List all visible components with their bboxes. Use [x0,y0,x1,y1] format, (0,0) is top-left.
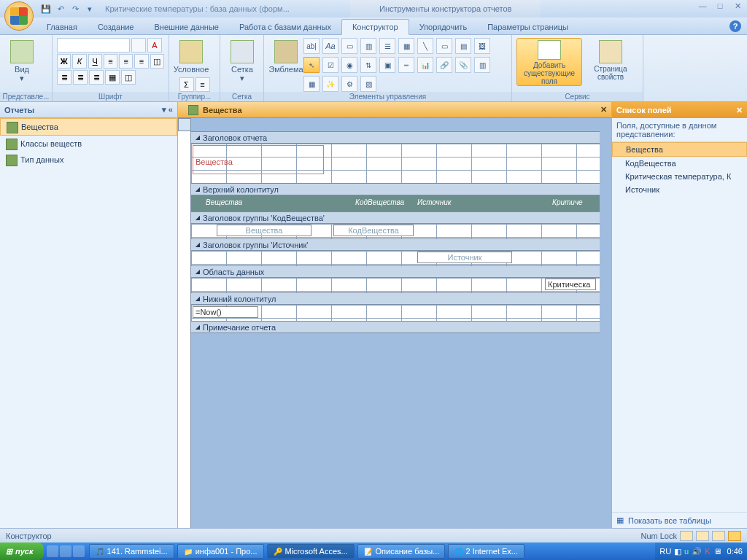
nav-header[interactable]: Отчеты ▾ « [0,102,177,118]
group1-field-1[interactable]: Вещества [217,225,311,236]
col-hdr-1[interactable]: Вещества [206,198,242,206]
align-left-icon[interactable]: ≡ [104,54,117,69]
check-icon[interactable]: ☑ [322,57,338,73]
section-group2-header[interactable]: Заголовок группы 'Источник' [191,238,600,251]
close-button[interactable]: ✕ [731,1,744,12]
ql-media-icon[interactable] [73,545,85,557]
group1-field-2[interactable]: КодВещества [333,225,414,236]
help-icon[interactable]: ? [729,20,741,32]
select-icon[interactable]: ➴ [303,57,320,73]
taskbar-item-0[interactable]: 🎵 141. Rammstei... [89,544,174,559]
minimize-button[interactable]: — [696,1,709,12]
ruler-corner[interactable] [178,118,191,131]
col-hdr-3[interactable]: Источник [417,198,451,206]
office-button[interactable] [4,1,34,31]
tab-home[interactable]: Главная [36,20,88,34]
field-item-3[interactable]: Источник [612,183,747,196]
image-icon[interactable]: 🖼 [474,38,490,54]
combo-icon[interactable]: ▥ [360,38,376,54]
textbox-icon[interactable]: ab| [303,38,320,54]
attachment-icon[interactable]: 📎 [455,57,471,73]
more3-icon[interactable]: ▨ [360,76,376,92]
toggle-icon[interactable]: ⇅ [360,57,376,73]
ql-desktop-icon[interactable] [60,545,71,557]
col-hdr-4[interactable]: Критиче [552,198,583,206]
tab-arrange[interactable]: Упорядочить [409,20,477,34]
font-family-select[interactable] [57,38,130,52]
tray-icon-3[interactable]: 🔊 [692,547,702,556]
nav-item-substances[interactable]: Вещества [0,118,177,136]
col-hdr-2[interactable]: КодВещества [355,198,404,206]
line-icon[interactable]: ╲ [417,38,433,54]
tab-ctrl-icon[interactable]: ▣ [379,57,395,73]
section-report-footer[interactable]: Примечание отчета [191,321,600,333]
tab-design[interactable]: Конструктор [341,19,409,35]
nav-item-datatype[interactable]: Тип данных [0,152,177,168]
design-surface[interactable]: Заголовок отчета Вещества Верхний колонт… [191,131,611,528]
start-button[interactable]: ⊞пуск [0,542,44,560]
list-icon[interactable]: ☰ [379,38,395,54]
rect-icon[interactable]: ▭ [436,38,452,54]
tray-icon-2[interactable]: u [684,547,689,556]
label-icon[interactable]: Aa [322,38,338,54]
line-color-icon[interactable]: ◫ [121,70,136,85]
tray-icon-4[interactable]: K [705,547,710,556]
align-center-icon[interactable]: ≡ [119,54,133,69]
option-icon[interactable]: ◉ [341,57,357,73]
save-icon[interactable]: 💾 [39,2,53,15]
field-item-2[interactable]: Критическая температура, К [612,170,747,183]
more2-icon[interactable]: ▦ [303,76,320,92]
detail-field-1[interactable]: Критическа [545,279,596,290]
align-btn2[interactable]: ≣ [73,70,88,85]
redo-icon[interactable]: ↷ [69,2,82,15]
button-icon[interactable]: ▭ [341,38,357,54]
subform-icon[interactable]: ▦ [398,38,414,54]
nav-dropdown-icon[interactable]: ▾ « [162,105,173,114]
hyperlink-icon[interactable]: 🔗 [436,57,452,73]
wizard-icon[interactable]: ✨ [322,76,338,92]
qat-dropdown-icon[interactable]: ▾ [83,2,96,15]
field-item-1[interactable]: КодВещества [612,157,747,170]
fill-color-icon[interactable]: ◫ [150,54,164,69]
tab-external[interactable]: Внешние данные [144,20,229,34]
clock[interactable]: 0:46 [727,547,743,556]
tab-pagesetup[interactable]: Параметры страницы [477,20,578,34]
taskbar-item-4[interactable]: 🌐 2 Internet Ex... [448,544,525,559]
chart-icon[interactable]: 📊 [417,57,433,73]
group2-field-1[interactable]: Источник [417,252,512,263]
tray-icon-5[interactable]: 🖥 [713,547,721,556]
field-item-0[interactable]: Вещества [612,142,747,157]
taskbar-item-3[interactable]: 📝 Описание базы... [357,544,445,559]
nav-item-classes[interactable]: Классы веществ [0,136,177,152]
title-label-control[interactable]: Вещества [193,145,324,174]
footer-now-control[interactable]: =Now() [193,306,258,318]
group-sort-icon[interactable]: ≡ [196,77,210,92]
maximize-button[interactable]: □ [713,1,727,12]
tab-create[interactable]: Создание [88,20,144,34]
tab-dbtools[interactable]: Работа с базами данных [229,20,341,34]
grid-button[interactable]: Сетка▾ [225,38,260,86]
view-layout-icon[interactable] [712,531,725,541]
property-sheet-button[interactable]: Страница свойств [585,38,636,86]
align-right-icon[interactable]: ≡ [134,54,148,69]
align-btn3[interactable]: ≣ [89,70,104,85]
view-button[interactable]: Вид▾ [4,38,39,86]
tray-icon-1[interactable]: ◧ [674,547,681,556]
totals-icon[interactable]: Σ [179,77,194,92]
section-report-header[interactable]: Заголовок отчета [191,131,600,144]
section-group1-header[interactable]: Заголовок группы 'КодВещества' [191,211,600,224]
font-size-select[interactable] [131,38,146,52]
section-detail[interactable]: Область данных [191,265,600,278]
add-fields-button[interactable]: Добавить существующие поля [516,38,582,86]
undo-icon[interactable]: ↶ [54,2,67,15]
page-break-icon[interactable]: ┅ [398,57,414,73]
align-btn1[interactable]: ≣ [57,70,71,85]
view-report-icon[interactable] [680,531,693,541]
ql-ie-icon[interactable] [47,545,58,557]
italic-button[interactable]: К [72,54,86,69]
view-design-icon[interactable] [728,531,741,541]
bound-icon[interactable]: ▤ [455,38,471,54]
vertical-ruler[interactable] [178,131,191,528]
taskbar-item-2[interactable]: 🔑 Microsoft Acces... [267,544,355,559]
gridlines-icon[interactable]: ▦ [105,70,120,85]
